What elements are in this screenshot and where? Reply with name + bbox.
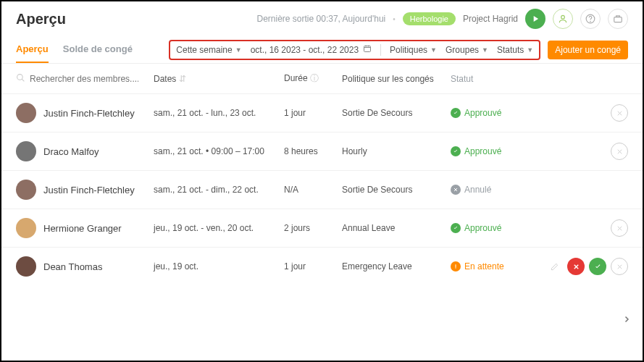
svg-point-0 <box>561 15 565 19</box>
avatar <box>16 218 36 238</box>
status-icon <box>451 185 461 195</box>
last-exit-text: Dernière sortie 00:37, Aujourd'hui <box>257 14 386 24</box>
member-name: Justin Finch-Fletchley <box>43 108 135 119</box>
sort-icon[interactable]: ⇵ <box>179 74 186 84</box>
approve-button[interactable] <box>589 258 606 275</box>
row-policy: Hourly <box>342 146 451 156</box>
status-icon <box>451 223 461 233</box>
project-tag-pill[interactable]: Herbologie <box>403 12 456 25</box>
next-page-button[interactable] <box>622 315 631 326</box>
row-policy: Sortie De Secours <box>342 185 451 195</box>
table-row: Draco Malfoy sam., 21 oct. • 09:00 – 17:… <box>1 132 643 170</box>
svg-point-2 <box>590 21 591 22</box>
play-button[interactable] <box>525 9 545 29</box>
tab-balance[interactable]: Solde de congé <box>63 36 133 63</box>
avatar <box>16 180 36 200</box>
statuses-label: Statuts <box>497 45 524 55</box>
row-dates: jeu., 19 oct. <box>154 261 284 272</box>
groups-label: Groupes <box>446 45 479 55</box>
reject-button[interactable] <box>567 258 585 275</box>
dismiss-button[interactable] <box>611 219 628 237</box>
avatar <box>16 256 36 277</box>
table-row: Dean Thomas jeu., 19 oct. 1 jour Emergen… <box>1 247 643 285</box>
status-label: En attente <box>464 261 504 272</box>
row-duration: 8 heures <box>284 146 342 156</box>
page-title: Aperçu <box>16 11 66 28</box>
row-duration: 1 jour <box>284 108 342 118</box>
divider-dot: • <box>393 15 396 23</box>
chevron-down-icon: ▼ <box>527 46 533 54</box>
avatar <box>16 103 36 123</box>
policy-column-header: Politique sur les congés <box>342 74 451 84</box>
search-input[interactable] <box>30 74 138 84</box>
project-name[interactable]: Project Hagrid <box>463 14 518 24</box>
date-range-picker[interactable]: oct., 16 2023 - oct., 22 2023 <box>251 44 372 55</box>
chevron-down-icon: ▼ <box>235 46 242 54</box>
tab-apercu[interactable]: Aperçu <box>16 36 49 63</box>
row-duration: 1 jour <box>284 261 342 272</box>
status-icon <box>451 108 461 118</box>
dates-column-header[interactable]: Dates <box>154 74 176 84</box>
groups-dropdown[interactable]: Groupes ▼ <box>446 45 488 55</box>
help-icon-button[interactable] <box>580 9 601 29</box>
this-week-label: Cette semaine <box>176 45 232 55</box>
user-icon-button[interactable] <box>553 9 573 29</box>
policies-label: Politiques <box>390 45 427 55</box>
search-icon <box>16 73 25 85</box>
svg-point-5 <box>17 74 23 80</box>
dismiss-button[interactable] <box>611 258 628 275</box>
row-policy: Sortie De Secours <box>342 108 451 118</box>
this-week-dropdown[interactable]: Cette semaine ▼ <box>176 45 241 55</box>
date-filter-highlight: Cette semaine ▼ oct., 16 2023 - oct., 22… <box>169 40 540 60</box>
svg-rect-3 <box>614 17 622 22</box>
settings-icon-button[interactable] <box>608 9 628 29</box>
policies-dropdown[interactable]: Politiques ▼ <box>390 45 437 55</box>
chevron-down-icon: ▼ <box>482 46 488 54</box>
row-duration: N/A <box>284 185 342 195</box>
table-row: Justin Finch-Fletchley sam., 21 oct. - l… <box>1 93 643 132</box>
dismiss-button[interactable] <box>611 143 628 160</box>
dismiss-button[interactable] <box>611 104 628 122</box>
member-name: Hermione Granger <box>43 223 122 234</box>
status-icon <box>451 261 461 272</box>
row-dates: sam., 21 oct. - dim., 22 oct. <box>154 185 284 195</box>
row-dates: sam., 21 oct. • 09:00 – 17:00 <box>154 146 284 156</box>
member-name: Justin Finch-Fletchley <box>43 185 135 195</box>
add-leave-button[interactable]: Ajouter un congé <box>548 41 628 59</box>
status-label: Annulé <box>464 185 491 195</box>
date-range-text: oct., 16 2023 - oct., 22 2023 <box>251 45 359 55</box>
table-row: Hermione Granger jeu., 19 oct. - ven., 2… <box>1 209 643 247</box>
statuses-dropdown[interactable]: Statuts ▼ <box>497 45 533 55</box>
row-dates: jeu., 19 oct. - ven., 20 oct. <box>154 223 284 233</box>
member-name: Dean Thomas <box>43 261 102 272</box>
divider <box>380 44 381 56</box>
member-name: Draco Malfoy <box>43 146 99 157</box>
status-label: Approuvé <box>464 223 501 233</box>
row-duration: 2 jours <box>284 223 342 233</box>
table-row: Justin Finch-Fletchley sam., 21 oct. - d… <box>1 170 643 209</box>
status-column-header: Statut <box>451 74 530 84</box>
row-dates: sam., 21 oct. - lun., 23 oct. <box>154 108 284 118</box>
status-icon <box>451 146 461 156</box>
duration-column-header: Durée <box>284 73 308 83</box>
chevron-down-icon: ▼ <box>430 46 437 54</box>
edit-button[interactable] <box>545 258 563 275</box>
avatar <box>16 141 36 161</box>
svg-rect-4 <box>364 46 371 52</box>
row-policy: Annual Leave <box>342 223 451 233</box>
status-label: Approuvé <box>464 108 501 118</box>
status-label: Approuvé <box>464 146 501 156</box>
info-icon[interactable]: ⓘ <box>310 73 319 83</box>
row-policy: Emergency Leave <box>342 261 451 272</box>
calendar-icon <box>363 44 372 55</box>
